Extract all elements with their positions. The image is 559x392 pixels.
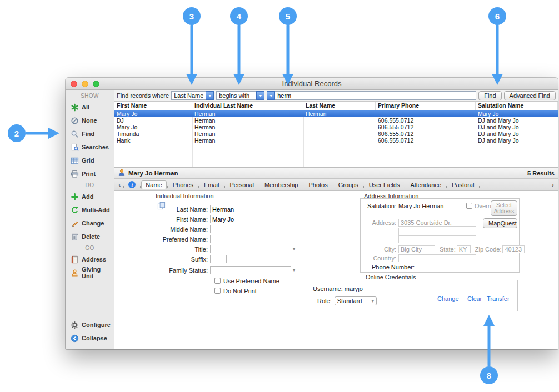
table-cell: Herman [192, 117, 303, 124]
salutation-label: Salutation: [361, 203, 398, 209]
city-input[interactable] [398, 245, 435, 253]
transfer-link[interactable]: Transfer [487, 295, 510, 302]
sidebar-item-configure[interactable]: Configure [66, 318, 114, 331]
state-input[interactable] [457, 245, 471, 253]
address-information-panel: Salutation: Mary Jo Herman Override Sele… [360, 198, 520, 273]
tab-info[interactable]: i [124, 181, 139, 188]
sidebar-header-do: DO [66, 180, 114, 190]
table-row[interactable]: Mary JoHermanHermanMary Jo [114, 110, 558, 117]
advanced-find-button[interactable]: Advanced Find [504, 91, 556, 100]
tab-groups[interactable]: Groups [334, 180, 363, 189]
sidebar-item-change[interactable]: Change [66, 217, 114, 230]
clear-link[interactable]: Clear [467, 295, 482, 302]
sidebar-item-multi-add[interactable]: Multi-Add [66, 203, 114, 217]
tab-phones[interactable]: Phones [168, 180, 198, 189]
zoom-window-button[interactable] [93, 81, 99, 87]
online-credentials-title: Online Credentials [364, 274, 418, 280]
sidebar-item-add[interactable]: Add [66, 190, 114, 203]
use-preferred-name-checkbox[interactable] [214, 278, 221, 284]
chevron-down-icon[interactable]: ▾ [293, 247, 295, 252]
title-input[interactable] [210, 245, 291, 253]
override-checkbox[interactable] [466, 203, 472, 209]
column-header[interactable]: Primary Phone [376, 102, 476, 110]
tab-personal[interactable]: Personal [226, 180, 258, 189]
sidebar-item-all[interactable]: All [66, 100, 114, 114]
table-cell: DJ [114, 117, 192, 124]
address-input[interactable] [398, 219, 476, 227]
preferred-name-input[interactable] [210, 235, 291, 243]
tab-photos[interactable]: Photos [304, 180, 332, 189]
sidebar-item-searches[interactable]: Searches [66, 140, 114, 154]
suffix-input[interactable] [210, 255, 227, 263]
tab-pastoral[interactable]: Pastoral [447, 180, 478, 189]
table-cell: Herman [192, 137, 303, 144]
country-input[interactable] [398, 254, 476, 262]
no-entry-icon [71, 117, 79, 125]
search-history-chevron-icon[interactable]: ▾ [267, 91, 275, 100]
tab-separator [140, 182, 141, 188]
chevron-down-icon[interactable]: ▾ [206, 91, 214, 100]
table-cell: DJ and Mary Jo [476, 137, 558, 144]
field-selector-dropdown[interactable]: Last Name ▾ [171, 91, 214, 100]
tab-name[interactable]: Name [141, 180, 166, 189]
tab-membership[interactable]: Membership [260, 180, 303, 189]
column-header[interactable]: Last Name [303, 102, 376, 110]
table-cell: Hank [114, 137, 192, 144]
table-row[interactable]: TimandaHerman606.555.0712DJ and Mary Jo [114, 130, 558, 137]
sidebar-item-label: Giving Unit [82, 266, 114, 279]
tabs-scroll-left[interactable]: ‹ [116, 180, 123, 189]
find-button[interactable]: Find [478, 91, 501, 100]
minimize-window-button[interactable] [82, 81, 88, 87]
sidebar-item-collapse[interactable]: Collapse [66, 331, 114, 345]
tab-user-fields[interactable]: User Fields [365, 180, 405, 189]
select-address-button[interactable]: Select Address [491, 200, 517, 216]
record-name: Mary Jo Herman [128, 170, 178, 177]
tab-separator [123, 182, 124, 188]
tab-separator [198, 182, 199, 188]
first-name-input[interactable] [210, 215, 291, 223]
table-cell: Timanda [114, 130, 192, 137]
table-row[interactable]: Mary JoHerman606.555.0712DJ and Mary Jo [114, 124, 558, 130]
column-header[interactable]: First Name [114, 102, 192, 110]
main-area: Find records where Last Name ▾ begins wi… [114, 90, 558, 349]
chevron-down-icon[interactable]: ▾ [293, 268, 295, 273]
tabs-scroll-right[interactable]: › [550, 180, 556, 189]
do-not-print-checkbox[interactable] [214, 288, 221, 294]
sidebar-item-grid[interactable]: Grid [66, 154, 114, 167]
username-row: Username: maryjo [313, 285, 363, 292]
tab-attendance[interactable]: Attendance [406, 180, 446, 189]
sidebar-item-find[interactable]: Find [66, 127, 114, 140]
table-row[interactable]: DJHerman606.555.0712DJ and Mary Jo [114, 117, 558, 124]
field-selector-value: Last Name [171, 91, 206, 100]
sidebar-item-label: Find [82, 130, 94, 137]
column-header[interactable]: Salutation Name [476, 102, 558, 110]
grid-icon [71, 157, 79, 165]
operator-selector-value: begins with [216, 91, 256, 100]
sidebar-item-address[interactable]: Address [66, 253, 114, 266]
role-dropdown[interactable]: Standard ▾ [335, 296, 377, 305]
middle-name-input[interactable] [210, 225, 291, 233]
address-line2-input[interactable] [398, 228, 476, 235]
operator-selector-dropdown[interactable]: begins with ▾ [216, 91, 264, 100]
column-header[interactable]: Individual Last Name [192, 102, 303, 110]
sidebar-item-none[interactable]: None [66, 114, 114, 127]
window-controls [66, 81, 99, 87]
sidebar-item-giving-unit[interactable]: Giving Unit [66, 266, 114, 279]
search-input[interactable] [275, 91, 476, 100]
table-cell [303, 137, 376, 144]
last-name-input[interactable] [210, 205, 291, 213]
username-label: Username: [313, 285, 343, 292]
sidebar-item-label: None [82, 117, 97, 124]
sidebar-item-delete[interactable]: Delete [66, 230, 114, 243]
table-row[interactable]: HankHerman606.555.0712DJ and Mary Jo [114, 137, 558, 144]
zip-code-input[interactable] [502, 245, 525, 253]
chevron-down-icon[interactable]: ▾ [256, 91, 264, 100]
sidebar-item-label: All [82, 104, 89, 110]
family-status-input[interactable] [210, 266, 291, 274]
close-window-button[interactable] [71, 81, 77, 87]
change-link[interactable]: Change [437, 295, 459, 302]
address-line3-input[interactable] [398, 235, 476, 243]
sidebar-item-print[interactable]: Print [66, 167, 114, 180]
tab-email[interactable]: Email [199, 180, 224, 189]
mapquest-button[interactable]: MapQuest [483, 218, 517, 228]
